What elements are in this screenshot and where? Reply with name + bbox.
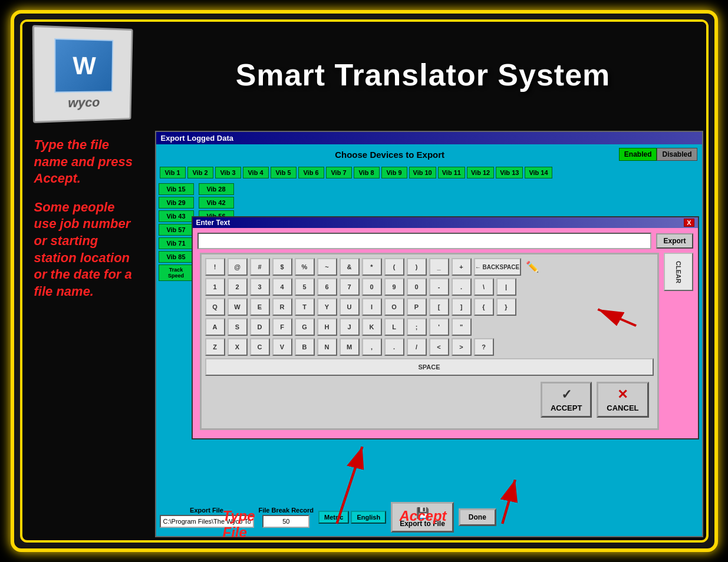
key-plus[interactable]: + (452, 258, 472, 276)
key-o[interactable]: O (384, 298, 404, 316)
key-gt[interactable]: > (452, 338, 472, 356)
key-d[interactable]: D (250, 318, 270, 336)
key-s[interactable]: S (228, 318, 248, 336)
vib-btn-3[interactable]: Vib 3 (215, 167, 241, 178)
key-minus[interactable]: - (429, 278, 449, 296)
key-e[interactable]: E (250, 298, 270, 316)
key-i[interactable]: I (362, 298, 382, 316)
key-quote[interactable]: ' (429, 318, 449, 336)
key-backspace[interactable]: ← BACKSPACE (474, 258, 521, 276)
key-pipe[interactable]: | (496, 278, 516, 296)
key-lt[interactable]: < (429, 338, 449, 356)
key-r[interactable]: R (272, 298, 292, 316)
vib-btn-9[interactable]: Vib 9 (381, 167, 407, 178)
vib-btn-15[interactable]: Vib 15 (159, 183, 194, 195)
disabled-button[interactable]: Disabled (657, 148, 697, 161)
key-5[interactable]: 5 (295, 278, 315, 296)
english-button[interactable]: English (351, 511, 386, 524)
key-q[interactable]: Q (205, 298, 225, 316)
vib-btn-11[interactable]: Vib 11 (438, 167, 465, 178)
vib-btn-4[interactable]: Vib 4 (243, 167, 269, 178)
vib-btn-1[interactable]: Vib 1 (160, 167, 186, 178)
vib-btn-42[interactable]: Vib 42 (199, 197, 234, 209)
key-period[interactable]: . (384, 338, 404, 356)
vib-btn-14[interactable]: Vib 14 (525, 167, 552, 178)
key-star[interactable]: * (362, 258, 382, 276)
vib-btn-85[interactable]: Vib 85 (159, 251, 194, 263)
key-rbracket[interactable]: ] (452, 298, 472, 316)
vib-btn-57[interactable]: Vib 57 (159, 224, 194, 236)
key-n[interactable]: N (317, 338, 337, 356)
key-comma[interactable]: , (362, 338, 382, 356)
vib-btn-13[interactable]: Vib 13 (496, 167, 523, 178)
key-j[interactable]: J (340, 318, 360, 336)
key-rbrace[interactable]: } (496, 298, 516, 316)
text-input-field[interactable] (197, 233, 652, 249)
key-exclaim[interactable]: ! (205, 258, 225, 276)
key-dollar[interactable]: $ (272, 258, 292, 276)
key-backslash[interactable]: \ (474, 278, 494, 296)
cancel-button[interactable]: ✕ CANCEL (597, 382, 648, 418)
key-l[interactable]: L (384, 318, 404, 336)
key-9[interactable]: 9 (384, 278, 404, 296)
key-u[interactable]: U (340, 298, 360, 316)
vib-btn-28[interactable]: Vib 28 (199, 183, 234, 195)
key-z[interactable]: Z (205, 338, 225, 356)
key-tilde[interactable]: ~ (317, 258, 337, 276)
export-file-field[interactable] (160, 515, 254, 528)
key-lbrace[interactable]: { (474, 298, 494, 316)
key-dot[interactable]: . (452, 278, 472, 296)
key-7[interactable]: 7 (340, 278, 360, 296)
key-y[interactable]: Y (317, 298, 337, 316)
key-f[interactable]: F (272, 318, 292, 336)
vib-btn-43[interactable]: Vib 43 (159, 210, 194, 222)
dialog-close-button[interactable]: X (684, 219, 694, 227)
vib-btn-29[interactable]: Vib 29 (159, 197, 194, 209)
key-semi[interactable]: ; (407, 318, 427, 336)
key-0b[interactable]: 0 (407, 278, 427, 296)
key-underscore[interactable]: _ (429, 258, 449, 276)
key-k[interactable]: K (362, 318, 382, 336)
export-to-file-button[interactable]: 💾 Export to File (391, 502, 454, 533)
key-g[interactable]: G (295, 318, 315, 336)
key-lbracket[interactable]: [ (429, 298, 449, 316)
key-4[interactable]: 4 (272, 278, 292, 296)
key-1[interactable]: 1 (205, 278, 225, 296)
key-v[interactable]: V (272, 338, 292, 356)
export-button[interactable]: Export (656, 233, 693, 249)
key-at[interactable]: @ (228, 258, 248, 276)
done-button[interactable]: Done (459, 508, 496, 526)
clear-button[interactable]: CLEAR (664, 253, 693, 291)
key-0a[interactable]: 0 (362, 278, 382, 296)
vib-btn-10[interactable]: Vib 10 (409, 167, 436, 178)
vib-btn-2[interactable]: Vib 2 (187, 167, 213, 178)
key-b[interactable]: B (295, 338, 315, 356)
key-6[interactable]: 6 (317, 278, 337, 296)
key-3[interactable]: 3 (250, 278, 270, 296)
key-dquote[interactable]: " (452, 318, 472, 336)
key-x[interactable]: X (228, 338, 248, 356)
accept-button[interactable]: ✓ ACCEPT (541, 382, 592, 418)
key-2[interactable]: 2 (228, 278, 248, 296)
vib-btn-6[interactable]: Vib 6 (298, 167, 324, 178)
key-h[interactable]: H (317, 318, 337, 336)
key-w[interactable]: W (228, 298, 248, 316)
key-hash[interactable]: # (250, 258, 270, 276)
key-amp[interactable]: & (340, 258, 360, 276)
vib-btn-8[interactable]: Vib 8 (354, 167, 380, 178)
key-a[interactable]: A (205, 318, 225, 336)
vib-btn-5[interactable]: Vib 5 (271, 167, 297, 178)
key-m[interactable]: M (340, 338, 360, 356)
key-p[interactable]: P (407, 298, 427, 316)
enabled-button[interactable]: Enabled (619, 148, 657, 161)
key-slash[interactable]: / (407, 338, 427, 356)
track-speed-btn[interactable]: Track Speed (159, 265, 194, 281)
key-percent[interactable]: % (295, 258, 315, 276)
vib-btn-7[interactable]: Vib 7 (326, 167, 352, 178)
key-c[interactable]: C (250, 338, 270, 356)
key-question[interactable]: ? (474, 338, 494, 356)
key-rparen[interactable]: ) (407, 258, 427, 276)
file-break-field[interactable] (262, 515, 309, 528)
metric-button[interactable]: Metric (318, 511, 349, 524)
key-lparen[interactable]: ( (384, 258, 404, 276)
